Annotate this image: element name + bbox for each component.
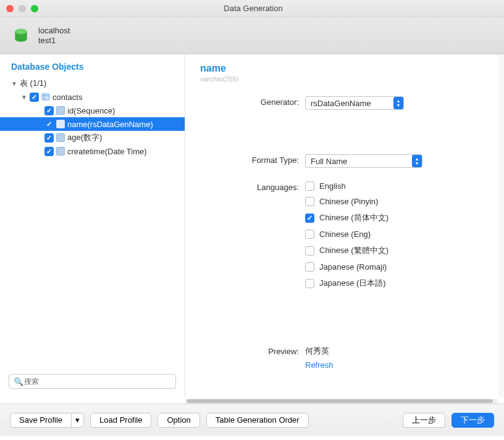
search-input[interactable] <box>9 374 176 389</box>
updown-icon: ▲▼ <box>393 97 403 109</box>
checkbox[interactable] <box>305 181 314 191</box>
database-icon <box>12 27 30 44</box>
next-button[interactable]: 下一步 <box>452 413 494 428</box>
format-type-value: Full Name <box>311 157 412 166</box>
window-title: Data Generation <box>38 4 468 13</box>
language-option[interactable]: English <box>305 181 485 191</box>
tree-column-label: id(Sequence) <box>67 106 115 115</box>
tree-column[interactable]: age(数字) <box>0 131 185 144</box>
save-profile-button[interactable]: Save Profile <box>10 413 71 428</box>
option-button[interactable]: Option <box>158 413 200 428</box>
field-name: name <box>200 63 485 74</box>
languages-list: EnglishChinese (Pinyin)Chinese (简体中文)Chi… <box>305 181 485 289</box>
language-option[interactable]: Chinese (Pinyin) <box>305 197 485 206</box>
language-label: English <box>319 181 346 191</box>
close-icon[interactable] <box>6 5 14 12</box>
column-icon <box>56 120 65 128</box>
language-option[interactable]: Japanese (日本語) <box>305 278 485 289</box>
checkbox[interactable] <box>44 106 54 115</box>
language-label: Chinese (简体中文) <box>319 212 388 223</box>
titlebar: Data Generation <box>0 0 504 17</box>
generator-value: rsDataGenName <box>311 99 393 108</box>
preview-label: Preview: <box>200 346 305 356</box>
checkbox[interactable] <box>305 214 314 223</box>
language-label: Japanese (日本語) <box>319 278 386 289</box>
checkbox[interactable] <box>305 262 314 272</box>
generator-select[interactable]: rsDataGenName ▲▼ <box>305 96 404 110</box>
tree-table-contacts[interactable]: ▼ contacts <box>0 90 185 104</box>
save-profile-split: Save Profile ▾ <box>10 413 84 428</box>
footer: Save Profile ▾ Load Profile Option Table… <box>0 404 504 436</box>
field-type: varchar(255) <box>200 75 485 83</box>
minimize-icon[interactable] <box>19 5 26 12</box>
language-option[interactable]: Chinese (繁體中文) <box>305 245 485 256</box>
sidebar: Database Objects ▼ 表 (1/1) ▼ contacts id… <box>0 54 185 397</box>
tree-column[interactable]: id(Sequence) <box>0 104 185 117</box>
checkbox[interactable] <box>44 120 54 129</box>
language-option[interactable]: Japanese (Romaji) <box>305 262 485 272</box>
language-label: Chinese (Eng) <box>319 230 371 239</box>
tree-column-label: name(rsDataGenName) <box>67 120 153 129</box>
database-name: test1 <box>38 36 70 46</box>
svg-rect-2 <box>42 94 49 100</box>
format-type-label: Format Type: <box>200 154 305 165</box>
table-icon <box>41 93 50 101</box>
svg-point-1 <box>15 28 27 34</box>
host-name: localhost <box>38 26 70 36</box>
chevron-down-icon[interactable]: ▼ <box>21 94 27 101</box>
window-controls <box>6 5 38 12</box>
checkbox[interactable] <box>305 279 314 288</box>
tree-column[interactable]: name(rsDataGenName) <box>0 117 185 131</box>
tree-root-tables[interactable]: ▼ 表 (1/1) <box>0 77 185 90</box>
column-icon <box>56 106 65 115</box>
checkbox[interactable] <box>44 133 54 143</box>
tree-column[interactable]: createtime(Date Time) <box>0 144 185 158</box>
checkbox[interactable] <box>305 197 314 206</box>
maximize-icon[interactable] <box>31 5 38 12</box>
column-icon <box>56 133 65 142</box>
format-type-select[interactable]: Full Name ▲▼ <box>305 154 422 168</box>
search-wrap: 🔍 <box>0 370 185 392</box>
checkbox[interactable] <box>44 147 54 156</box>
prev-button[interactable]: 上一步 <box>403 413 445 428</box>
preview-value: 何秀英 <box>305 346 485 357</box>
horizontal-scrollbar[interactable] <box>185 399 498 404</box>
refresh-link[interactable]: Refresh <box>305 360 334 370</box>
tree-column-label: createtime(Date Time) <box>67 147 147 156</box>
tree-column-label: age(数字) <box>67 132 102 143</box>
column-icon <box>56 147 65 156</box>
load-profile-button[interactable]: Load Profile <box>90 413 151 428</box>
tree-root-label: 表 (1/1) <box>20 78 46 89</box>
save-profile-menu-button[interactable]: ▾ <box>71 413 84 428</box>
tree-table-label: contacts <box>52 93 82 102</box>
table-generation-order-button[interactable]: Table Generation Order <box>206 413 309 428</box>
detail-panel: name varchar(255) Generator: rsDataGenNa… <box>185 54 504 397</box>
generator-label: Generator: <box>200 96 305 107</box>
checkbox[interactable] <box>30 93 39 102</box>
connection-header: localhost test1 <box>0 17 504 54</box>
language-option[interactable]: Chinese (Eng) <box>305 230 485 239</box>
languages-label: Languages: <box>200 181 305 192</box>
language-label: Japanese (Romaji) <box>319 262 387 272</box>
checkbox[interactable] <box>305 230 314 239</box>
object-tree: ▼ 表 (1/1) ▼ contacts id(Sequence)name(rs… <box>0 75 185 370</box>
sidebar-title: Database Objects <box>0 62 185 75</box>
updown-icon: ▲▼ <box>412 155 422 167</box>
host-info: localhost test1 <box>38 26 70 46</box>
checkbox[interactable] <box>305 246 314 255</box>
language-option[interactable]: Chinese (简体中文) <box>305 212 485 223</box>
language-label: Chinese (繁體中文) <box>319 245 388 256</box>
chevron-down-icon[interactable]: ▼ <box>11 80 17 87</box>
language-label: Chinese (Pinyin) <box>319 197 378 206</box>
scrollbar-thumb[interactable] <box>187 399 493 403</box>
